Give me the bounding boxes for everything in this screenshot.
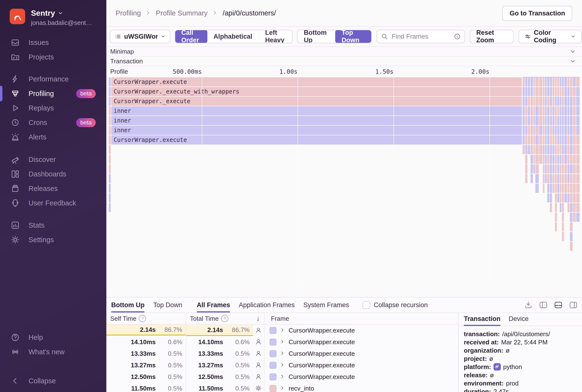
flame-dense-cell[interactable] [573, 87, 576, 96]
flame-dense-cell[interactable] [534, 135, 535, 144]
flame-dense-cell[interactable] [560, 174, 562, 183]
sidebar-item-crons[interactable]: Cronsbeta [0, 115, 106, 130]
flame-dense-cell[interactable] [557, 164, 559, 174]
flame-dense-cell[interactable] [530, 97, 533, 106]
tab-bottom-up[interactable]: Bottom Up [111, 298, 144, 312]
flame-dense-cell[interactable] [562, 126, 564, 135]
flame-dense-cell[interactable] [525, 126, 528, 135]
flame-dense-cell[interactable] [570, 193, 572, 202]
flame-dense-cell[interactable] [525, 87, 528, 96]
flame-dense-cell[interactable] [545, 97, 547, 106]
flame-dense-cell[interactable] [528, 135, 530, 144]
flame-dense-cell[interactable] [552, 116, 554, 125]
help-icon[interactable]: ? [139, 315, 146, 322]
flame-bar-sliver[interactable] [109, 174, 111, 183]
flame-dense-cell[interactable] [545, 155, 547, 164]
flame-dense-cell[interactable] [539, 116, 542, 125]
sidebar-item-performance[interactable]: Performance [0, 72, 106, 86]
flame-dense-cell[interactable] [570, 135, 572, 144]
flame-dense-cell[interactable] [547, 77, 549, 86]
flame-dense-cell[interactable] [543, 135, 544, 144]
sidebar-collapse-button[interactable]: Collapse [0, 374, 106, 388]
flame-bar[interactable]: inner [111, 126, 522, 135]
flame-dense-cell[interactable] [552, 135, 554, 144]
flame-dense-cell[interactable] [564, 193, 567, 202]
flame-dense-cell[interactable] [552, 184, 554, 193]
flame-dense-cell[interactable] [555, 203, 557, 212]
flame-dense-cell[interactable] [570, 97, 572, 106]
flame-dense-cell[interactable] [543, 145, 544, 154]
flame-dense-cell[interactable] [547, 193, 549, 202]
tab-system-frames[interactable]: System Frames [303, 298, 349, 312]
flame-dense-cell[interactable] [555, 126, 557, 135]
flame-dense-cell[interactable] [543, 106, 544, 116]
sidebar-item-discover[interactable]: Discover [0, 152, 106, 167]
flame-dense-cell[interactable] [552, 155, 554, 164]
chevron-right-icon[interactable] [280, 386, 285, 391]
flame-dense-cell[interactable] [557, 126, 559, 135]
frame-cell[interactable]: recv_into [265, 382, 458, 392]
flame-dense-cell[interactable] [576, 184, 580, 193]
flame-dense-cell[interactable] [539, 87, 542, 96]
flame-dense-cell[interactable] [525, 97, 528, 106]
sidebar-item-help[interactable]: Help [0, 330, 106, 345]
flame-dense-cell[interactable] [562, 174, 564, 183]
flame-dense-cell[interactable] [547, 106, 549, 116]
flame-dense-cell[interactable] [530, 116, 533, 125]
flame-dense-cell[interactable] [545, 87, 547, 96]
flame-dense-cell[interactable] [568, 116, 570, 125]
layout-right-panel-button[interactable] [569, 301, 578, 309]
flame-dense-cell[interactable] [550, 97, 552, 106]
flame-bar[interactable]: CursorWrapper._execute_with_wrappers [111, 87, 522, 96]
table-row[interactable]: 12.50ms0.5%12.50ms0.5%CursorWrapper.exec… [106, 371, 458, 382]
flame-dense-cell[interactable] [550, 174, 552, 183]
flame-dense-cell[interactable] [547, 135, 549, 144]
flame-dense-cell[interactable] [543, 77, 544, 86]
flame-dense-cell[interactable] [530, 77, 533, 86]
flame-dense-cell[interactable] [528, 126, 530, 135]
flame-bar-sliver[interactable] [109, 87, 111, 96]
flame-dense-cell[interactable] [573, 164, 576, 174]
flame-dense-cell[interactable] [534, 164, 535, 174]
sidebar-item-alerts[interactable]: Alerts [0, 130, 106, 144]
flame-dense-cell[interactable] [555, 145, 557, 154]
flame-dense-cell[interactable] [522, 77, 525, 86]
chevron-right-icon[interactable] [280, 328, 285, 333]
flame-dense-cell[interactable] [534, 116, 535, 125]
flame-dense-cell[interactable] [573, 106, 576, 116]
layout-bottom-panel-button[interactable] [554, 301, 563, 309]
flame-dense-cell[interactable] [534, 97, 535, 106]
flame-bar-sliver[interactable] [109, 97, 111, 106]
flame-dense-cell[interactable] [568, 77, 570, 86]
flame-dense-cell[interactable] [562, 87, 564, 96]
flame-dense-cell[interactable] [570, 164, 572, 174]
info-icon[interactable] [454, 33, 461, 40]
direction-option-bottom-up[interactable]: Bottom Up [298, 30, 336, 43]
sort-option-call-order[interactable]: Call Order [175, 30, 207, 43]
flame-dense-cell[interactable] [535, 174, 539, 183]
flamegraph-canvas[interactable]: CursorWrapper.executeCursorWrapper._exec… [106, 77, 582, 297]
flame-dense-cell[interactable] [555, 155, 557, 164]
flame-dense-cell[interactable] [522, 126, 525, 135]
flame-dense-cell[interactable] [528, 106, 530, 116]
flame-dense-cell[interactable] [576, 97, 580, 106]
flame-dense-cell[interactable] [562, 232, 564, 241]
flame-dense-cell[interactable] [525, 145, 528, 154]
flame-dense-cell[interactable] [530, 126, 533, 135]
flame-dense-cell[interactable] [539, 106, 542, 116]
flame-dense-cell[interactable] [535, 97, 539, 106]
flame-dense-cell[interactable] [550, 184, 552, 193]
flame-dense-cell[interactable] [535, 106, 539, 116]
flame-dense-cell[interactable] [560, 155, 562, 164]
flame-dense-cell[interactable] [545, 164, 547, 174]
flame-dense-cell[interactable] [530, 145, 533, 154]
flame-dense-cell[interactable] [535, 77, 539, 86]
flame-dense-cell[interactable] [555, 193, 557, 202]
flame-dense-cell[interactable] [568, 87, 570, 96]
flame-dense-cell[interactable] [560, 164, 562, 174]
go-to-transaction-button[interactable]: Go to Transaction [502, 6, 572, 21]
flame-dense-cell[interactable] [576, 77, 580, 86]
search-input[interactable] [391, 33, 451, 40]
flame-dense-cell[interactable] [560, 97, 562, 106]
flame-dense-cell[interactable] [552, 174, 554, 183]
